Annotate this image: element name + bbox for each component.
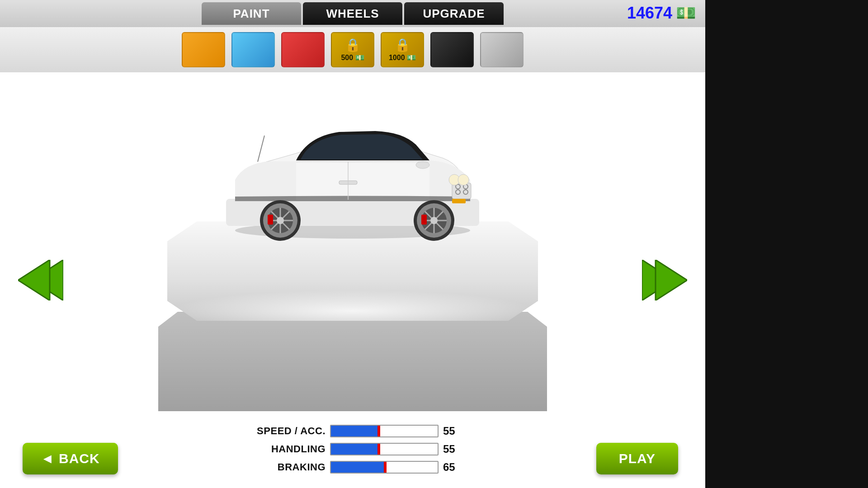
currency-amount: 14674 (627, 4, 672, 23)
nav-arrow-right[interactable] (642, 260, 687, 300)
stat-label-handling: HANDLING (235, 443, 326, 455)
tab-wheels[interactable]: WHEELS (303, 2, 402, 25)
svg-rect-29 (268, 215, 273, 225)
play-button[interactable]: PLAY (596, 443, 678, 474)
svg-rect-11 (452, 199, 466, 203)
color-swatch-red[interactable] (281, 32, 325, 67)
color-swatch-black[interactable] (430, 32, 474, 67)
tab-upgrade[interactable]: UPGRADE (404, 2, 504, 25)
lock-price-500: 500 💵 (341, 53, 364, 62)
color-swatch-blue[interactable] (231, 32, 275, 67)
stat-value-braking: 65 (443, 461, 461, 474)
stat-label-braking: BRAKING (235, 461, 326, 473)
currency-display: 14674 💵 (627, 4, 696, 23)
svg-point-19 (430, 217, 438, 224)
car-display (212, 113, 493, 258)
stat-row-braking: BRAKING 65 (235, 461, 470, 474)
stat-value-speed: 55 (443, 425, 461, 437)
stats-section: SPEED / ACC. 55 HANDLING 55 (235, 425, 470, 479)
platform-side (158, 312, 547, 411)
stat-bar-handling (330, 443, 439, 455)
svg-point-31 (416, 161, 429, 169)
tab-paint[interactable]: PAINT (202, 2, 301, 25)
svg-point-27 (277, 217, 284, 224)
nav-arrow-left[interactable] (18, 260, 63, 300)
lock-price-1000: 1000 💵 (389, 53, 416, 62)
svg-marker-1 (18, 260, 50, 300)
stat-row-speed: SPEED / ACC. 55 (235, 425, 470, 437)
main-content: SPEED / ACC. 55 HANDLING 55 (0, 72, 705, 488)
svg-line-32 (258, 136, 264, 162)
svg-marker-35 (656, 260, 687, 300)
svg-rect-28 (421, 215, 427, 225)
top-bar: PAINT WHEELS UPGRADE (0, 0, 705, 27)
color-picker-bar: 🔒 500 💵 🔒 1000 💵 (0, 27, 705, 72)
stat-bar-braking (330, 461, 439, 474)
showcase-area (149, 122, 556, 438)
right-panel (705, 0, 868, 488)
stat-bar-speed (330, 425, 439, 437)
color-swatch-orange[interactable] (182, 32, 225, 67)
stat-value-handling: 55 (443, 443, 461, 455)
stat-label-speed: SPEED / ACC. (235, 425, 326, 437)
lock-icon: 🔒 (345, 38, 361, 52)
stat-row-handling: HANDLING 55 (235, 443, 470, 455)
lock-icon-2: 🔒 (395, 38, 410, 52)
color-swatch-locked-500[interactable]: 🔒 500 💵 (331, 32, 374, 67)
money-icon: 💵 (676, 4, 696, 23)
svg-point-10 (458, 174, 469, 185)
color-swatch-silver[interactable] (480, 32, 524, 67)
color-swatch-locked-1000[interactable]: 🔒 1000 💵 (381, 32, 424, 67)
back-button[interactable]: ◄ BACK (23, 443, 118, 474)
